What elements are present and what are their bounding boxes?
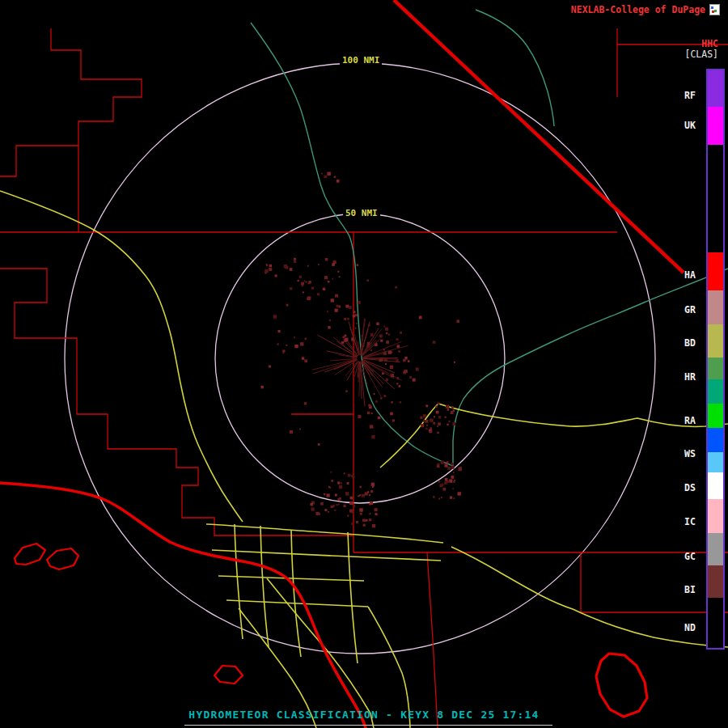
colorbar-segment xyxy=(708,379,723,404)
highway-roads xyxy=(0,191,728,728)
colorbar-segment xyxy=(708,70,723,107)
colorbar-segment xyxy=(708,252,723,290)
range-ring-100nmi xyxy=(65,63,655,654)
island-outlines xyxy=(15,544,647,717)
colorbar-segment xyxy=(708,358,723,379)
colorbar-segment xyxy=(708,533,723,565)
site-title: NEXLAB-College of DuPage xyxy=(571,4,705,15)
legend-label: HR xyxy=(684,371,696,383)
range-label-100nmi: 100 NMI xyxy=(340,55,382,66)
broken-image-icon xyxy=(709,4,720,15)
range-rings xyxy=(65,63,655,654)
radar-echoes xyxy=(260,172,462,528)
colorbar-segment xyxy=(708,290,723,324)
colorbar-segment xyxy=(708,499,723,533)
radar-display: 100 NMI 50 NMI NEXLAB-College of DuPage … xyxy=(0,0,728,728)
product-block: HHC [CLAS] xyxy=(684,39,718,60)
colorbar-segment xyxy=(708,324,723,358)
legend-label: BD xyxy=(684,337,696,349)
range-label-50nmi: 50 NMI xyxy=(343,208,380,218)
colorbar-segment xyxy=(708,404,723,428)
county-borders xyxy=(0,28,728,728)
legend-label: ND xyxy=(684,622,696,633)
legend-label: GC xyxy=(684,551,696,562)
colorbar-segment xyxy=(708,565,723,598)
legend-label: RA xyxy=(684,415,696,426)
interstate-roads xyxy=(0,483,366,728)
legend-label: UK xyxy=(684,120,696,131)
product-tag: [CLAS] xyxy=(684,49,718,60)
colorbar-segment xyxy=(708,145,723,252)
colorbar-segment xyxy=(708,452,723,472)
legend-label: HA xyxy=(684,269,696,281)
colorbar-segment xyxy=(708,598,723,648)
status-bar: HYDROMETEOR CLASSIFICATION - KEYX 8 DEC … xyxy=(0,709,728,721)
colorbar-segment xyxy=(708,428,723,452)
legend-label: BI xyxy=(684,584,696,595)
classification-colorbar xyxy=(706,69,725,650)
status-underline xyxy=(184,725,552,726)
colorbar-segment xyxy=(708,107,723,145)
radar-map xyxy=(0,0,728,728)
range-ring-50nmi xyxy=(215,214,505,503)
legend-label: GR xyxy=(684,304,696,315)
colorbar-segment xyxy=(708,472,723,499)
legend-label: IC xyxy=(684,516,696,527)
legend-label: DS xyxy=(684,482,696,493)
header: NEXLAB-College of DuPage xyxy=(571,4,720,15)
river-lines xyxy=(251,10,728,466)
legend-label: WS xyxy=(684,448,696,459)
legend-label: RF xyxy=(684,90,696,101)
